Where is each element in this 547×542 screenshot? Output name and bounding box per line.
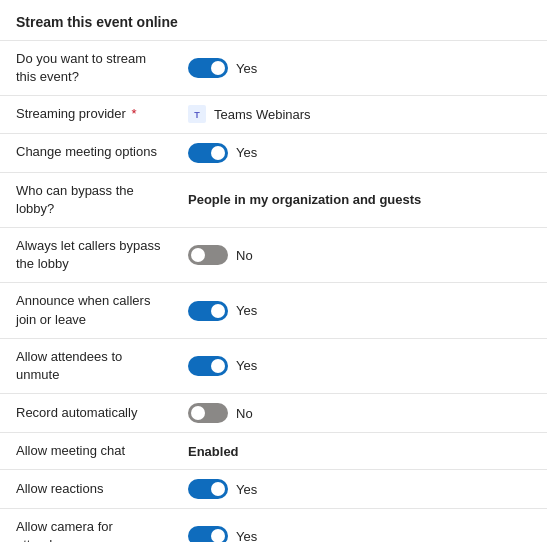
value-stream-event: Yes <box>180 49 547 87</box>
value-meeting-chat: Enabled <box>180 435 547 468</box>
value-streaming-provider: T Teams Webinars <box>180 96 547 132</box>
row-stream-event: Do you want to stream this event? Yes <box>0 40 547 95</box>
value-allow-unmute: Yes <box>180 347 547 385</box>
toggle-allow-camera[interactable] <box>188 526 228 542</box>
page-title: Stream this event online <box>0 0 547 40</box>
row-bypass-lobby: Who can bypass the lobby? People in my o… <box>0 172 547 227</box>
row-allow-camera: Allow camera for attendees Yes <box>0 508 547 542</box>
value-record-automatically: No <box>180 394 547 432</box>
toggle-label-announce-callers: Yes <box>236 303 257 318</box>
label-callers-bypass-lobby: Always let callers bypass the lobby <box>0 228 180 282</box>
svg-text:T: T <box>194 110 200 120</box>
row-allow-reactions: Allow reactions Yes <box>0 469 547 508</box>
toggle-label-allow-reactions: Yes <box>236 482 257 497</box>
toggle-callers-bypass-lobby[interactable] <box>188 245 228 265</box>
label-record-automatically: Record automatically <box>0 395 180 431</box>
row-change-meeting-options: Change meeting options Yes <box>0 133 547 172</box>
label-allow-camera: Allow camera for attendees <box>0 509 180 542</box>
toggle-label-change-meeting-options: Yes <box>236 145 257 160</box>
value-callers-bypass-lobby: No <box>180 236 547 274</box>
row-announce-callers: Announce when callers join or leave Yes <box>0 282 547 337</box>
toggle-allow-reactions[interactable] <box>188 479 228 499</box>
toggle-allow-unmute[interactable] <box>188 356 228 376</box>
toggle-label-allow-unmute: Yes <box>236 358 257 373</box>
settings-list: Do you want to stream this event? Yes St… <box>0 40 547 542</box>
row-streaming-provider: Streaming provider * T Teams Webinars <box>0 95 547 132</box>
value-allow-camera: Yes <box>180 517 547 542</box>
value-bypass-lobby: People in my organization and guests <box>180 183 547 216</box>
label-stream-event: Do you want to stream this event? <box>0 41 180 95</box>
toggle-announce-callers[interactable] <box>188 301 228 321</box>
value-announce-callers: Yes <box>180 292 547 330</box>
page-container: Stream this event online Do you want to … <box>0 0 547 542</box>
label-streaming-provider: Streaming provider * <box>0 96 180 132</box>
meeting-chat-value: Enabled <box>188 444 239 459</box>
value-change-meeting-options: Yes <box>180 134 547 172</box>
row-callers-bypass-lobby: Always let callers bypass the lobby No <box>0 227 547 282</box>
label-allow-reactions: Allow reactions <box>0 471 180 507</box>
label-allow-unmute: Allow attendees to unmute <box>0 339 180 393</box>
label-bypass-lobby: Who can bypass the lobby? <box>0 173 180 227</box>
label-meeting-chat: Allow meeting chat <box>0 433 180 469</box>
toggle-label-allow-camera: Yes <box>236 529 257 542</box>
required-star: * <box>131 106 136 121</box>
toggle-label-stream-event: Yes <box>236 61 257 76</box>
toggle-label-callers-bypass-lobby: No <box>236 248 253 263</box>
toggle-label-record-automatically: No <box>236 406 253 421</box>
row-record-automatically: Record automatically No <box>0 393 547 432</box>
streaming-provider-label: Teams Webinars <box>214 107 311 122</box>
row-meeting-chat: Allow meeting chat Enabled <box>0 432 547 469</box>
row-allow-unmute: Allow attendees to unmute Yes <box>0 338 547 393</box>
toggle-change-meeting-options[interactable] <box>188 143 228 163</box>
label-announce-callers: Announce when callers join or leave <box>0 283 180 337</box>
toggle-record-automatically[interactable] <box>188 403 228 423</box>
value-allow-reactions: Yes <box>180 470 547 508</box>
teams-webinars-icon: T <box>188 105 206 123</box>
toggle-stream-event[interactable] <box>188 58 228 78</box>
bypass-lobby-value: People in my organization and guests <box>188 192 421 207</box>
label-change-meeting-options: Change meeting options <box>0 134 180 170</box>
